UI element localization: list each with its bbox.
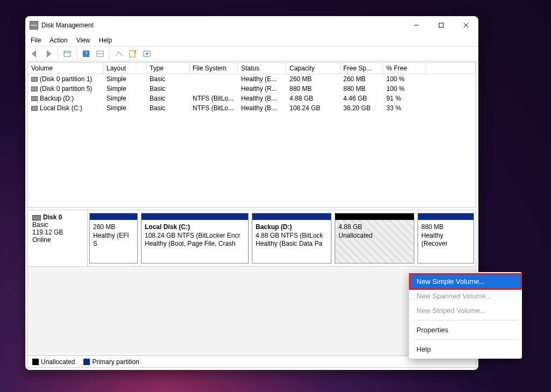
svg-rect-4 bbox=[64, 51, 70, 56]
col-spacer bbox=[426, 63, 476, 74]
ctx-separator bbox=[413, 339, 518, 340]
help-button[interactable]: ? bbox=[80, 48, 92, 60]
disk-size: 119.12 GB bbox=[32, 229, 83, 236]
maximize-button[interactable] bbox=[429, 16, 454, 34]
back-button[interactable] bbox=[29, 48, 40, 60]
ctx-new-spanned-volume: New Spanned Volume... bbox=[410, 289, 521, 303]
col-layout[interactable]: Layout bbox=[103, 63, 146, 74]
volume-rows: (Disk 0 partition 1)SimpleBasicHealthy (… bbox=[28, 74, 476, 207]
menu-action[interactable]: Action bbox=[50, 37, 67, 44]
svg-point-12 bbox=[146, 53, 148, 55]
partition-primary[interactable]: 260 MBHealthy (EFI S bbox=[89, 213, 138, 263]
ctx-help[interactable]: Help bbox=[410, 342, 521, 357]
volume-list[interactable]: Volume Layout Type File System Status Ca… bbox=[27, 62, 476, 208]
app-icon bbox=[30, 21, 38, 30]
toolbar-separator bbox=[109, 48, 110, 59]
close-button[interactable] bbox=[454, 16, 478, 34]
window-title: Disk Management bbox=[41, 22, 94, 29]
disk-icon bbox=[32, 215, 41, 220]
toolbar-separator bbox=[76, 48, 77, 59]
col-filesystem[interactable]: File System bbox=[189, 63, 238, 74]
volume-row[interactable]: Local Disk (C:)SimpleBasicNTFS (BitLo...… bbox=[28, 103, 476, 113]
svg-rect-1 bbox=[439, 23, 443, 27]
col-capacity[interactable]: Capacity bbox=[286, 63, 340, 74]
menu-help[interactable]: Help bbox=[99, 37, 112, 44]
col-type[interactable]: Type bbox=[146, 63, 189, 74]
action-button[interactable] bbox=[113, 48, 125, 60]
window-buttons bbox=[404, 16, 478, 34]
titlebar[interactable]: Disk Management bbox=[25, 16, 478, 34]
col-status[interactable]: Status bbox=[238, 63, 286, 74]
ctx-separator bbox=[413, 320, 518, 320]
disk-row: Disk 0 Basic 119.12 GB Online 260 MBHeal… bbox=[28, 210, 476, 267]
disk-name: Disk 0 bbox=[43, 213, 62, 221]
col-pct[interactable]: % Free bbox=[383, 63, 426, 74]
toolbar-separator bbox=[58, 48, 58, 59]
volume-list-header: Volume Layout Type File System Status Ca… bbox=[28, 63, 476, 74]
partition-unallocated[interactable]: 4.88 GBUnallocated bbox=[335, 213, 414, 263]
col-free[interactable]: Free Sp... bbox=[340, 63, 383, 74]
volume-row[interactable]: Backup (D:)SimpleBasicNTFS (BitLo...Heal… bbox=[28, 94, 476, 103]
legend-primary: Primary partition bbox=[83, 358, 139, 366]
svg-rect-10 bbox=[130, 51, 135, 57]
disk-info[interactable]: Disk 0 Basic 119.12 GB Online bbox=[28, 210, 88, 266]
menu-view[interactable]: View bbox=[76, 37, 90, 44]
svg-text:?: ? bbox=[84, 51, 88, 57]
partition-bar: 260 MBHealthy (EFI SLocal Disk (C:)108.2… bbox=[88, 210, 476, 266]
layout-button[interactable] bbox=[94, 48, 106, 60]
refresh-button[interactable] bbox=[61, 48, 73, 60]
disk-status: Online bbox=[32, 236, 83, 244]
volume-row[interactable]: (Disk 0 partition 1)SimpleBasicHealthy (… bbox=[28, 74, 476, 84]
partition-primary[interactable]: Local Disk (C:)108.24 GB NTFS (BitLocker… bbox=[141, 213, 249, 263]
properties-button[interactable] bbox=[127, 48, 139, 60]
ctx-new-striped-volume: New Striped Volume... bbox=[410, 303, 521, 318]
minimize-button[interactable] bbox=[404, 16, 429, 34]
col-volume[interactable]: Volume bbox=[28, 63, 103, 74]
context-menu: New Simple Volume... New Spanned Volume.… bbox=[409, 272, 522, 359]
volume-row[interactable]: (Disk 0 partition 5)SimpleBasicHealthy (… bbox=[28, 84, 476, 94]
settings-button[interactable] bbox=[141, 48, 153, 60]
disk-type: Basic bbox=[32, 221, 83, 229]
partition-primary[interactable]: Backup (D:)4.88 GB NTFS (BitLockHealthy … bbox=[252, 213, 331, 263]
ctx-properties[interactable]: Properties bbox=[410, 323, 521, 337]
forward-button[interactable] bbox=[43, 48, 54, 60]
toolbar: ? bbox=[25, 46, 478, 61]
partition-primary[interactable]: 880 MBHealthy (Recover bbox=[418, 213, 474, 263]
menu-file[interactable]: File bbox=[31, 37, 41, 44]
legend: Unallocated Primary partition bbox=[28, 355, 476, 367]
legend-unallocated: Unallocated bbox=[32, 358, 75, 366]
menubar: File Action View Help bbox=[25, 34, 478, 46]
ctx-new-simple-volume[interactable]: New Simple Volume... bbox=[410, 274, 521, 289]
